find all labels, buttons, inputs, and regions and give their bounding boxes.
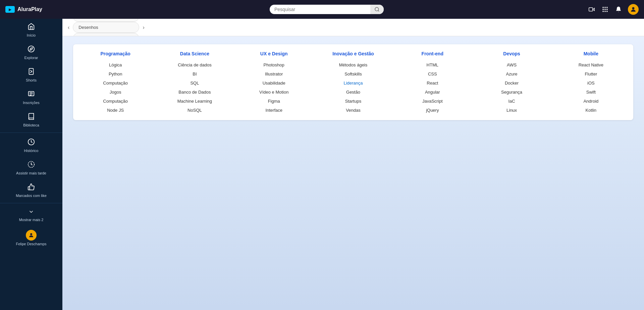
category-item-2-4[interactable]: Figma: [237, 98, 311, 104]
category-item-3-3[interactable]: Gestão: [316, 89, 390, 95]
category-item-3-5[interactable]: Vendas: [316, 107, 390, 113]
category-item-5-2[interactable]: Docker: [475, 80, 548, 86]
liked-label: Marcados com like: [16, 194, 47, 198]
notifications-button[interactable]: [614, 5, 623, 13]
category-item-2-2[interactable]: Usabilidade: [237, 80, 311, 86]
category-header-4[interactable]: Front-end: [395, 51, 469, 56]
inicio-label: Início: [27, 33, 36, 37]
upload-icon: [588, 6, 595, 12]
sidebar-item-inscricoes[interactable]: Inscrições: [0, 86, 62, 109]
category-item-1-0[interactable]: Ciência de dados: [158, 62, 231, 68]
category-header-2[interactable]: UX e Design: [237, 51, 311, 56]
svg-point-0: [375, 7, 379, 11]
main-content: ‹ TudoDebatesAo VivoPodcastsFundos de In…: [62, 19, 644, 310]
user-avatar[interactable]: [628, 4, 639, 15]
category-item-0-3[interactable]: Jogos: [78, 89, 152, 95]
category-item-0-0[interactable]: Lógica: [78, 62, 152, 68]
upload-button[interactable]: [588, 5, 596, 13]
category-item-4-4[interactable]: JavaScript: [395, 98, 469, 104]
apps-icon: [602, 6, 608, 13]
svg-rect-5: [604, 7, 605, 8]
apps-button[interactable]: [601, 5, 609, 13]
category-item-2-0[interactable]: Photoshop: [237, 62, 311, 68]
category-item-4-5[interactable]: jQuery: [395, 107, 469, 113]
sidebar-item-inicio[interactable]: Início: [0, 19, 62, 41]
biblioteca-label: Biblioteca: [23, 123, 39, 127]
category-item-0-2[interactable]: Computação: [78, 80, 152, 86]
svg-point-14: [28, 46, 34, 52]
thumbsup-icon: [28, 183, 35, 192]
user-name-label: Felipe Deschamps: [16, 242, 46, 246]
category-item-0-4[interactable]: Computação: [78, 98, 152, 104]
svg-rect-12: [606, 11, 607, 12]
category-item-3-2[interactable]: Liderança: [316, 80, 390, 86]
sidebar-item-shorts[interactable]: Shorts: [0, 64, 62, 86]
category-item-5-5[interactable]: Linux: [475, 107, 548, 113]
category-item-6-3[interactable]: Swift: [554, 89, 628, 95]
category-item-1-3[interactable]: Banco de Dados: [158, 89, 231, 95]
category-item-4-1[interactable]: CSS: [395, 71, 469, 77]
category-item-6-5[interactable]: Kotlin: [554, 107, 628, 113]
category-item-6-0[interactable]: React Native: [554, 62, 628, 68]
svg-rect-8: [604, 9, 605, 10]
category-item-3-4[interactable]: Startups: [316, 98, 390, 104]
tab-desenhos[interactable]: Desenhos: [73, 22, 139, 33]
category-column-2: UX e DesignPhotoshopIllustratorUsabilida…: [237, 51, 311, 113]
category-item-0-5[interactable]: Node JS: [78, 107, 152, 113]
category-header-1[interactable]: Data Science: [158, 51, 231, 56]
category-column-0: ProgramaçãoLógicaPythonComputaçãoJogosCo…: [78, 51, 152, 113]
category-item-1-1[interactable]: BI: [158, 71, 231, 77]
svg-rect-6: [606, 7, 607, 8]
shorts-icon: [28, 68, 35, 77]
category-item-6-4[interactable]: Android: [554, 98, 628, 104]
category-item-1-2[interactable]: SQL: [158, 80, 231, 86]
sidebar-divider-2: [0, 203, 62, 203]
category-header-3[interactable]: Inovação e Gestão: [316, 51, 390, 56]
category-item-2-3[interactable]: Vídeo e Motion: [237, 89, 311, 95]
category-item-4-0[interactable]: HTML: [395, 62, 469, 68]
tabs-scroll-right[interactable]: ›: [140, 23, 147, 32]
category-header-6[interactable]: Mobile: [554, 51, 628, 56]
category-column-6: MobileReact NativeFlutteriOSSwiftAndroid…: [554, 51, 628, 113]
tab-fundos[interactable]: Fundos de Investimento: [73, 19, 139, 22]
category-item-1-5[interactable]: NoSQL: [158, 107, 231, 113]
category-column-4: Front-endHTMLCSSReactAngularJavaScriptjQ…: [395, 51, 469, 113]
search-button[interactable]: [370, 5, 384, 14]
category-header-0[interactable]: Programação: [78, 51, 152, 56]
logo[interactable]: ▶ AluraPlay: [5, 6, 66, 13]
category-item-6-1[interactable]: Flutter: [554, 71, 628, 77]
category-item-5-0[interactable]: AWS: [475, 62, 548, 68]
tab-data-science[interactable]: Data Science: [73, 33, 139, 36]
tabs-scroll-left[interactable]: ‹: [65, 23, 72, 32]
svg-marker-2: [593, 8, 594, 11]
sidebar-item-watch-later[interactable]: Assistir mais tarde: [0, 157, 62, 179]
category-item-0-1[interactable]: Python: [78, 71, 152, 77]
category-item-4-2[interactable]: React: [395, 80, 469, 86]
category-item-2-1[interactable]: Illustrator: [237, 71, 311, 77]
category-header-5[interactable]: Devops: [475, 51, 548, 56]
search-input[interactable]: [270, 5, 370, 14]
compass-icon: [28, 45, 35, 54]
search-icon: [374, 7, 380, 12]
tabs-bar: ‹ TudoDebatesAo VivoPodcastsFundos de In…: [62, 19, 644, 36]
category-item-4-3[interactable]: Angular: [395, 89, 469, 95]
category-item-3-1[interactable]: Softskills: [316, 71, 390, 77]
category-item-6-2[interactable]: iOS: [554, 80, 628, 86]
sidebar-item-explorar[interactable]: Explorar: [0, 41, 62, 64]
category-item-2-5[interactable]: Interface: [237, 107, 311, 113]
svg-rect-9: [606, 9, 607, 10]
header: ▶ AluraPlay: [0, 0, 644, 19]
sidebar-item-biblioteca[interactable]: Biblioteca: [0, 109, 62, 131]
sidebar-item-liked[interactable]: Marcados com like: [0, 179, 62, 202]
category-column-5: DevopsAWSAzureDockerSegurançaIaCLinux: [475, 51, 548, 113]
category-grid: ProgramaçãoLógicaPythonComputaçãoJogosCo…: [73, 44, 633, 120]
bell-icon: [615, 6, 622, 13]
category-item-1-4[interactable]: Machine Learning: [158, 98, 231, 104]
sidebar-item-historico[interactable]: Histórico: [0, 134, 62, 157]
sidebar-item-show-more[interactable]: Mostrar mais 2: [0, 205, 62, 226]
category-item-5-1[interactable]: Azure: [475, 71, 548, 77]
sidebar-item-user[interactable]: Felipe Deschamps: [0, 226, 62, 250]
category-item-5-4[interactable]: IaC: [475, 98, 548, 104]
category-item-3-0[interactable]: Métodos ágeis: [316, 62, 390, 68]
category-item-5-3[interactable]: Segurança: [475, 89, 548, 95]
